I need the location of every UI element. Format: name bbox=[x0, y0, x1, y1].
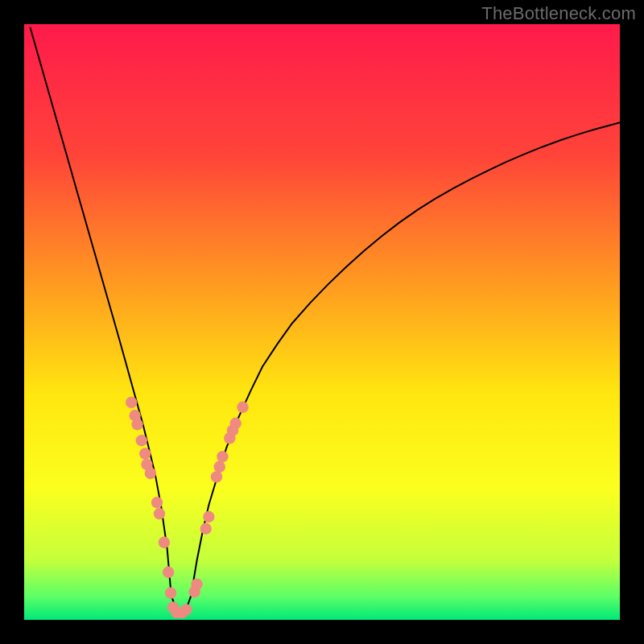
gradient-background bbox=[24, 24, 620, 620]
plot-svg bbox=[24, 24, 620, 620]
data-point bbox=[154, 508, 165, 519]
chart-frame: TheBottleneck.com bbox=[0, 0, 644, 644]
data-point bbox=[237, 402, 248, 413]
data-point bbox=[214, 461, 225, 473]
data-point bbox=[211, 471, 222, 482]
data-point bbox=[191, 578, 202, 589]
data-point bbox=[126, 397, 137, 408]
data-point bbox=[217, 451, 228, 462]
data-point bbox=[159, 537, 170, 548]
data-point bbox=[151, 497, 163, 508]
data-point bbox=[230, 418, 242, 429]
data-point bbox=[165, 588, 176, 599]
data-point bbox=[180, 604, 192, 615]
data-point bbox=[203, 511, 214, 522]
data-point bbox=[139, 448, 151, 459]
data-point bbox=[136, 435, 147, 446]
data-point bbox=[145, 468, 156, 479]
data-point bbox=[131, 419, 142, 430]
data-point bbox=[163, 567, 174, 578]
data-point bbox=[200, 523, 212, 535]
watermark-label: TheBottleneck.com bbox=[481, 3, 636, 24]
